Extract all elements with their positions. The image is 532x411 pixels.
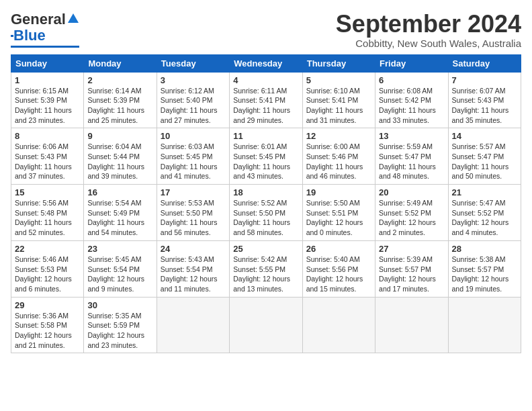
calendar-day-cell bbox=[302, 297, 375, 353]
day-number: 16 bbox=[87, 187, 152, 197]
calendar-week-row: 29Sunrise: 5:36 AM Sunset: 5:58 PM Dayli… bbox=[11, 297, 521, 353]
day-info: Sunrise: 5:49 AM Sunset: 5:52 PM Dayligh… bbox=[379, 198, 444, 238]
calendar-day-cell: 20Sunrise: 5:49 AM Sunset: 5:52 PM Dayli… bbox=[375, 185, 448, 241]
calendar-day-cell: 2Sunrise: 6:14 AM Sunset: 5:39 PM Daylig… bbox=[84, 72, 157, 128]
calendar-week-row: 8Sunrise: 6:06 AM Sunset: 5:43 PM Daylig… bbox=[11, 128, 521, 185]
day-info: Sunrise: 6:15 AM Sunset: 5:39 PM Dayligh… bbox=[15, 86, 80, 126]
calendar-day-cell: 18Sunrise: 5:52 AM Sunset: 5:50 PM Dayli… bbox=[230, 185, 302, 241]
calendar-day-cell: 1Sunrise: 6:15 AM Sunset: 5:39 PM Daylig… bbox=[11, 72, 84, 128]
day-number: 9 bbox=[87, 131, 152, 141]
calendar-header-row: SundayMondayTuesdayWednesdayThursdayFrid… bbox=[11, 54, 521, 72]
day-number: 28 bbox=[452, 244, 517, 254]
calendar-day-cell: 8Sunrise: 6:06 AM Sunset: 5:43 PM Daylig… bbox=[11, 128, 84, 185]
calendar-day-cell bbox=[448, 297, 521, 353]
calendar-day-cell: 16Sunrise: 5:54 AM Sunset: 5:49 PM Dayli… bbox=[84, 185, 157, 241]
calendar-week-row: 1Sunrise: 6:15 AM Sunset: 5:39 PM Daylig… bbox=[11, 72, 521, 128]
day-number: 8 bbox=[15, 131, 80, 141]
day-number: 17 bbox=[161, 187, 226, 197]
day-info: Sunrise: 5:39 AM Sunset: 5:57 PM Dayligh… bbox=[379, 255, 444, 294]
day-number: 15 bbox=[15, 187, 80, 197]
calendar-day-cell bbox=[230, 297, 302, 353]
calendar-day-header: Monday bbox=[84, 54, 157, 72]
calendar-day-header: Tuesday bbox=[157, 54, 229, 72]
calendar-week-row: 22Sunrise: 5:46 AM Sunset: 5:53 PM Dayli… bbox=[11, 240, 521, 297]
calendar-day-cell: 22Sunrise: 5:46 AM Sunset: 5:53 PM Dayli… bbox=[11, 240, 84, 297]
calendar-day-cell: 25Sunrise: 5:42 AM Sunset: 5:55 PM Dayli… bbox=[230, 240, 302, 297]
day-number: 2 bbox=[87, 75, 152, 85]
day-info: Sunrise: 5:45 AM Sunset: 5:54 PM Dayligh… bbox=[87, 255, 152, 294]
day-info: Sunrise: 6:07 AM Sunset: 5:43 PM Dayligh… bbox=[452, 86, 517, 126]
day-info: Sunrise: 5:59 AM Sunset: 5:47 PM Dayligh… bbox=[379, 142, 444, 181]
day-number: 25 bbox=[233, 244, 298, 254]
day-number: 30 bbox=[87, 300, 152, 310]
logo-text-blue: Blue bbox=[13, 27, 46, 44]
calendar-day-cell: 3Sunrise: 6:12 AM Sunset: 5:40 PM Daylig… bbox=[157, 72, 229, 128]
calendar-week-row: 15Sunrise: 5:56 AM Sunset: 5:48 PM Dayli… bbox=[11, 185, 521, 241]
day-info: Sunrise: 6:12 AM Sunset: 5:40 PM Dayligh… bbox=[161, 86, 226, 126]
day-number: 11 bbox=[233, 131, 298, 141]
day-info: Sunrise: 6:10 AM Sunset: 5:41 PM Dayligh… bbox=[306, 86, 371, 126]
day-number: 5 bbox=[306, 75, 371, 85]
day-number: 23 bbox=[87, 244, 152, 254]
calendar-day-cell: 11Sunrise: 6:01 AM Sunset: 5:45 PM Dayli… bbox=[230, 128, 302, 185]
day-info: Sunrise: 5:56 AM Sunset: 5:48 PM Dayligh… bbox=[15, 198, 80, 238]
day-number: 26 bbox=[306, 244, 371, 254]
calendar-day-cell: 23Sunrise: 5:45 AM Sunset: 5:54 PM Dayli… bbox=[84, 240, 157, 297]
day-info: Sunrise: 5:53 AM Sunset: 5:50 PM Dayligh… bbox=[161, 198, 226, 238]
day-number: 27 bbox=[379, 244, 444, 254]
day-number: 13 bbox=[379, 131, 444, 141]
day-info: Sunrise: 5:42 AM Sunset: 5:55 PM Dayligh… bbox=[233, 255, 298, 294]
day-info: Sunrise: 5:57 AM Sunset: 5:47 PM Dayligh… bbox=[452, 142, 517, 181]
calendar-day-cell: 13Sunrise: 5:59 AM Sunset: 5:47 PM Dayli… bbox=[375, 128, 448, 185]
calendar-day-cell: 9Sunrise: 6:04 AM Sunset: 5:44 PM Daylig… bbox=[84, 128, 157, 185]
logo: General Blue bbox=[11, 11, 79, 48]
calendar-day-cell: 14Sunrise: 5:57 AM Sunset: 5:47 PM Dayli… bbox=[448, 128, 521, 185]
day-number: 3 bbox=[161, 75, 226, 85]
calendar-day-header: Friday bbox=[375, 54, 448, 72]
calendar-day-cell: 17Sunrise: 5:53 AM Sunset: 5:50 PM Dayli… bbox=[157, 185, 229, 241]
calendar-day-cell bbox=[157, 297, 229, 353]
day-number: 12 bbox=[306, 131, 371, 141]
day-info: Sunrise: 6:03 AM Sunset: 5:45 PM Dayligh… bbox=[161, 142, 226, 181]
day-number: 10 bbox=[161, 131, 226, 141]
day-info: Sunrise: 5:46 AM Sunset: 5:53 PM Dayligh… bbox=[15, 255, 80, 294]
calendar-day-cell: 10Sunrise: 6:03 AM Sunset: 5:45 PM Dayli… bbox=[157, 128, 229, 185]
calendar-day-cell: 19Sunrise: 5:50 AM Sunset: 5:51 PM Dayli… bbox=[302, 185, 375, 241]
day-info: Sunrise: 6:00 AM Sunset: 5:46 PM Dayligh… bbox=[306, 142, 371, 181]
svg-marker-0 bbox=[68, 13, 79, 23]
day-info: Sunrise: 5:50 AM Sunset: 5:51 PM Dayligh… bbox=[306, 198, 371, 238]
logo-triangle-icon bbox=[67, 12, 79, 24]
page-header: General Blue September 2024 Cobbitty, Ne… bbox=[11, 11, 521, 49]
day-info: Sunrise: 5:52 AM Sunset: 5:50 PM Dayligh… bbox=[233, 198, 298, 238]
day-info: Sunrise: 6:11 AM Sunset: 5:41 PM Dayligh… bbox=[233, 86, 298, 126]
calendar-day-cell: 4Sunrise: 6:11 AM Sunset: 5:41 PM Daylig… bbox=[230, 72, 302, 128]
day-number: 4 bbox=[233, 75, 298, 85]
calendar-day-cell: 24Sunrise: 5:43 AM Sunset: 5:54 PM Dayli… bbox=[157, 240, 229, 297]
day-number: 6 bbox=[379, 75, 444, 85]
day-info: Sunrise: 5:40 AM Sunset: 5:56 PM Dayligh… bbox=[306, 255, 371, 294]
day-info: Sunrise: 5:38 AM Sunset: 5:57 PM Dayligh… bbox=[452, 255, 517, 294]
calendar-day-cell: 30Sunrise: 5:35 AM Sunset: 5:59 PM Dayli… bbox=[84, 297, 157, 353]
day-number: 18 bbox=[233, 187, 298, 197]
calendar-day-header: Saturday bbox=[448, 54, 521, 72]
day-info: Sunrise: 5:54 AM Sunset: 5:49 PM Dayligh… bbox=[87, 198, 152, 238]
calendar-day-cell: 15Sunrise: 5:56 AM Sunset: 5:48 PM Dayli… bbox=[11, 185, 84, 241]
day-info: Sunrise: 6:14 AM Sunset: 5:39 PM Dayligh… bbox=[87, 86, 152, 126]
calendar-day-cell bbox=[375, 297, 448, 353]
day-info: Sunrise: 5:36 AM Sunset: 5:58 PM Dayligh… bbox=[15, 311, 80, 351]
calendar-day-cell: 12Sunrise: 6:00 AM Sunset: 5:46 PM Dayli… bbox=[302, 128, 375, 185]
logo-text-general: General bbox=[11, 11, 66, 28]
day-number: 1 bbox=[15, 75, 80, 85]
calendar-day-header: Wednesday bbox=[230, 54, 302, 72]
calendar-day-cell: 27Sunrise: 5:39 AM Sunset: 5:57 PM Dayli… bbox=[375, 240, 448, 297]
day-info: Sunrise: 6:06 AM Sunset: 5:43 PM Dayligh… bbox=[15, 142, 80, 181]
day-info: Sunrise: 6:08 AM Sunset: 5:42 PM Dayligh… bbox=[379, 86, 444, 126]
day-info: Sunrise: 5:35 AM Sunset: 5:59 PM Dayligh… bbox=[87, 311, 152, 351]
title-block: September 2024 Cobbitty, New South Wales… bbox=[336, 11, 521, 49]
calendar-day-cell: 7Sunrise: 6:07 AM Sunset: 5:43 PM Daylig… bbox=[448, 72, 521, 128]
calendar-day-cell: 5Sunrise: 6:10 AM Sunset: 5:41 PM Daylig… bbox=[302, 72, 375, 128]
calendar-day-cell: 21Sunrise: 5:47 AM Sunset: 5:52 PM Dayli… bbox=[448, 185, 521, 241]
day-number: 24 bbox=[161, 244, 226, 254]
day-number: 19 bbox=[306, 187, 371, 197]
day-number: 14 bbox=[452, 131, 517, 141]
